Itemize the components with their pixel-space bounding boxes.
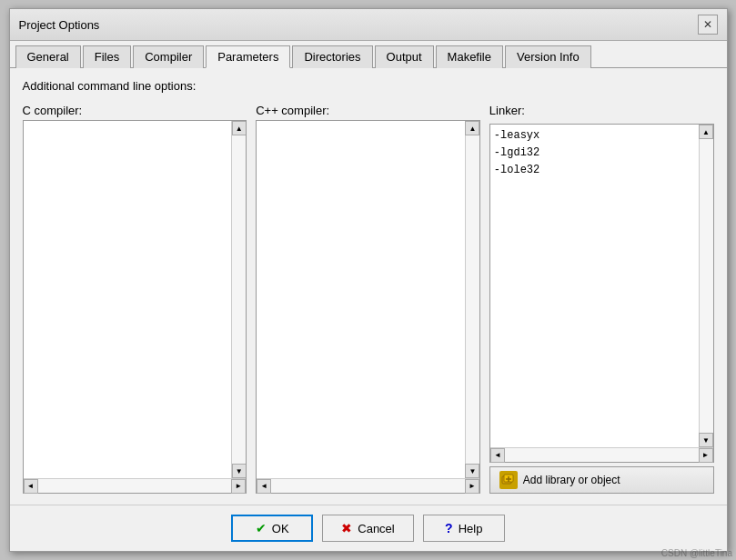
linker-vscrollbar[interactable]: ▲ ▼	[699, 125, 713, 447]
linker-label: Linker:	[489, 104, 714, 117]
cpp-compiler-col: C++ compiler: ▲ ▼ ◄ ►	[256, 104, 480, 494]
c-compiler-textarea[interactable]: ▲ ▼ ◄ ►	[23, 120, 247, 494]
c-compiler-scroll-down[interactable]: ▼	[232, 464, 247, 478]
c-compiler-label: C compiler:	[23, 104, 247, 117]
title-bar: Project Options ✕	[10, 9, 727, 41]
section-label: Additional command line options:	[23, 79, 714, 93]
cpp-compiler-scroll-down[interactable]: ▼	[465, 464, 479, 478]
c-compiler-hscrollbar[interactable]: ◄ ►	[24, 478, 247, 493]
tab-parameters[interactable]: Parameters	[206, 45, 290, 68]
ok-icon: ✔	[256, 521, 267, 535]
linker-line-2: -lgdi32	[494, 145, 695, 162]
close-button[interactable]: ✕	[698, 15, 718, 35]
watermark: CSDN @littleTina	[661, 548, 732, 558]
add-library-icon	[499, 471, 518, 489]
c-compiler-scroll-left[interactable]: ◄	[24, 479, 38, 494]
linker-hscroll-track	[505, 448, 699, 462]
cpp-compiler-content[interactable]	[257, 121, 465, 478]
linker-scroll-up[interactable]: ▲	[699, 125, 713, 139]
cpp-compiler-hscroll-track	[271, 479, 465, 493]
cpp-compiler-hscrollbar[interactable]: ◄ ►	[257, 478, 479, 493]
tab-version-info[interactable]: Version Info	[505, 45, 591, 68]
linker-scroll-left[interactable]: ◄	[490, 448, 505, 463]
tab-directories[interactable]: Directories	[292, 45, 372, 68]
c-compiler-content[interactable]	[24, 121, 232, 478]
linker-line-1: -leasyx	[494, 127, 695, 145]
cancel-icon: ✖	[341, 521, 352, 535]
c-compiler-col: C compiler: ▲ ▼ ◄ ►	[23, 104, 247, 494]
linker-textarea[interactable]: -leasyx -lgdi32 -lole32 ▲ ▼ ◄ ►	[489, 124, 714, 463]
add-library-label: Add library or object	[523, 474, 620, 486]
dialog-title: Project Options	[19, 18, 100, 32]
linker-scroll-right[interactable]: ►	[699, 448, 713, 463]
c-compiler-vscrollbar[interactable]: ▲ ▼	[231, 121, 246, 478]
ok-button[interactable]: ✔ OK	[231, 515, 313, 542]
add-library-button[interactable]: Add library or object	[489, 466, 714, 494]
c-compiler-scroll-track	[232, 135, 246, 464]
linker-scroll-track	[700, 139, 713, 433]
ok-label: OK	[272, 522, 289, 535]
tab-output[interactable]: Output	[375, 45, 434, 68]
tab-compiler[interactable]: Compiler	[133, 45, 204, 68]
project-options-dialog: Project Options ✕ General Files Compiler…	[9, 8, 728, 552]
content-area: Additional command line options: C compi…	[10, 68, 727, 505]
tab-files[interactable]: Files	[83, 45, 131, 68]
help-label: Help	[459, 522, 483, 535]
c-compiler-scroll-up[interactable]: ▲	[232, 121, 247, 135]
linker-content[interactable]: -leasyx -lgdi32 -lole32	[490, 125, 699, 447]
c-compiler-scroll-right[interactable]: ►	[231, 479, 246, 494]
footer: ✔ OK ✖ Cancel ? Help	[10, 505, 727, 551]
tab-bar: General Files Compiler Parameters Direct…	[10, 41, 727, 68]
cpp-compiler-scroll-up[interactable]: ▲	[465, 121, 479, 135]
tab-makefile[interactable]: Makefile	[436, 45, 503, 68]
linker-col: Linker: -leasyx -lgdi32 -lole32 ▲ ▼	[489, 104, 714, 494]
linker-scroll-down[interactable]: ▼	[699, 433, 713, 447]
cpp-compiler-vscrollbar[interactable]: ▲ ▼	[465, 121, 479, 478]
cpp-compiler-scroll-right[interactable]: ►	[465, 479, 479, 494]
cpp-compiler-scroll-left[interactable]: ◄	[257, 479, 271, 494]
c-compiler-hscroll-track	[38, 479, 232, 493]
cancel-button[interactable]: ✖ Cancel	[322, 515, 413, 542]
cpp-compiler-scroll-track	[466, 135, 479, 464]
linker-line-3: -lole32	[494, 162, 695, 179]
cancel-label: Cancel	[358, 522, 394, 535]
cpp-compiler-label: C++ compiler:	[256, 104, 480, 117]
help-icon: ?	[445, 521, 453, 535]
cpp-compiler-textarea[interactable]: ▲ ▼ ◄ ►	[256, 120, 480, 494]
compiler-row: C compiler: ▲ ▼ ◄ ►	[23, 104, 714, 494]
help-button[interactable]: ? Help	[423, 515, 505, 542]
linker-hscrollbar[interactable]: ◄ ►	[490, 447, 713, 462]
tab-general[interactable]: General	[15, 45, 81, 68]
